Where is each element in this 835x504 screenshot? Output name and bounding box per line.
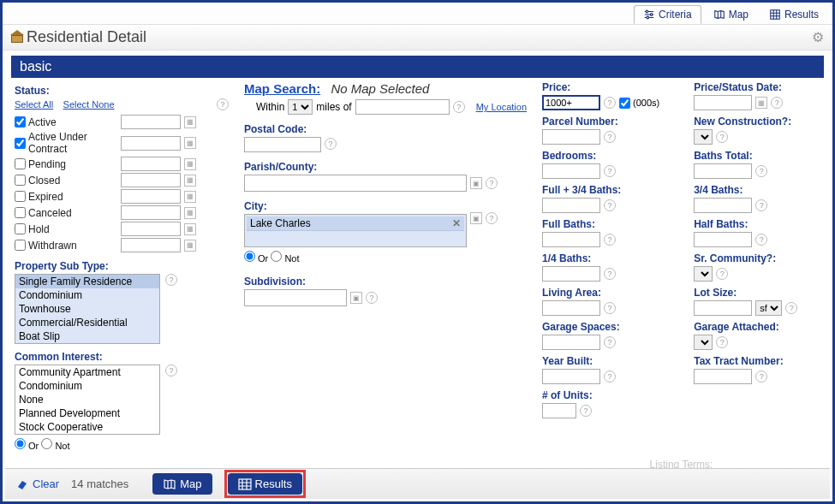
psd-input[interactable] [694, 95, 752, 110]
clear-button[interactable]: Clear [15, 477, 59, 490]
half-input[interactable] [694, 232, 752, 247]
status-closed-date[interactable] [121, 173, 181, 187]
map-button[interactable]: Map [152, 473, 212, 495]
price-input[interactable] [542, 95, 600, 110]
help-icon[interactable]: ? [486, 212, 498, 224]
city-input[interactable] [247, 231, 464, 245]
commonint-listbox[interactable]: Community Apartment Condominium None Pla… [15, 365, 160, 435]
propsub-listbox[interactable]: Single Family Residence Condominium Town… [15, 274, 160, 344]
status-withdrawn-check[interactable] [15, 240, 26, 251]
help-icon[interactable]: ? [771, 97, 783, 109]
status-canceled-date[interactable] [121, 205, 181, 220]
living-input[interactable] [542, 300, 600, 316]
help-icon[interactable]: ? [755, 165, 767, 177]
list-item[interactable]: Boat Slip [15, 329, 159, 343]
help-icon[interactable]: ? [716, 336, 728, 348]
b34-input[interactable] [694, 198, 752, 213]
status-active-date[interactable] [121, 115, 181, 129]
status-auc-check[interactable] [15, 138, 26, 149]
list-item[interactable]: Condominium [15, 379, 159, 393]
units-input[interactable] [542, 403, 576, 418]
calendar-icon[interactable]: ▦ [184, 158, 196, 170]
thousands-check[interactable] [619, 98, 630, 109]
year-input[interactable] [542, 369, 600, 384]
srcom-select[interactable] [694, 266, 713, 282]
help-icon[interactable]: ? [604, 336, 616, 348]
calendar-icon[interactable]: ▦ [184, 175, 196, 187]
remove-tag-icon[interactable]: ✕ [452, 217, 461, 229]
list-item[interactable]: Single Family Residence [15, 275, 159, 288]
full34-input[interactable] [542, 198, 600, 213]
list-item[interactable]: None [15, 393, 159, 406]
gear-icon[interactable]: ⚙ [812, 29, 824, 45]
list-item[interactable]: Commercial/Residential [15, 316, 159, 329]
my-location-link[interactable]: My Location [476, 102, 527, 112]
miles-select[interactable]: 1 [288, 99, 313, 115]
help-icon[interactable]: ? [755, 234, 767, 246]
status-expired-date[interactable] [121, 189, 181, 204]
calendar-icon[interactable]: ▦ [184, 191, 196, 203]
results-button[interactable]: Results [228, 473, 302, 495]
status-active-check[interactable] [15, 116, 26, 127]
help-icon[interactable]: ? [604, 131, 616, 143]
multi-icon[interactable]: ▣ [470, 212, 482, 224]
multi-icon[interactable]: ▣ [470, 177, 482, 189]
fullbaths-input[interactable] [542, 232, 600, 247]
garage-input[interactable] [542, 335, 600, 350]
calendar-icon[interactable]: ▦ [755, 97, 767, 109]
help-icon[interactable]: ? [604, 302, 616, 314]
list-item[interactable]: Community Apartment [15, 365, 159, 379]
tax-input[interactable] [694, 369, 752, 384]
subdivision-input[interactable] [244, 289, 347, 306]
garatt-select[interactable] [694, 335, 713, 350]
list-item[interactable]: Condominium [15, 288, 159, 302]
status-pending-date[interactable] [121, 157, 181, 171]
map-search-link[interactable]: Map Search: [244, 81, 320, 96]
status-expired-check[interactable] [15, 191, 26, 202]
status-pending-check[interactable] [15, 158, 26, 169]
help-icon[interactable]: ? [755, 371, 767, 382]
status-hold-check[interactable] [15, 223, 26, 234]
status-canceled-check[interactable] [15, 207, 26, 218]
tab-criteria[interactable]: Criteria [634, 5, 701, 24]
list-item[interactable]: Stock Cooperative [15, 420, 159, 434]
help-icon[interactable]: ? [165, 274, 177, 286]
help-icon[interactable]: ? [604, 97, 616, 109]
calendar-icon[interactable]: ▦ [184, 223, 196, 235]
list-item[interactable]: Planned Development [15, 406, 159, 420]
help-icon[interactable]: ? [580, 405, 592, 417]
help-icon[interactable]: ? [604, 371, 616, 382]
status-closed-check[interactable] [15, 175, 26, 186]
help-icon[interactable]: ? [325, 138, 337, 150]
status-hold-date[interactable] [121, 222, 181, 236]
help-icon[interactable]: ? [604, 234, 616, 246]
status-withdrawn-date[interactable] [121, 238, 181, 252]
newcon-select[interactable] [694, 129, 713, 145]
lotsize-unit-select[interactable]: sf [755, 300, 782, 316]
q14-input[interactable] [542, 266, 600, 282]
help-icon[interactable]: ? [366, 292, 378, 304]
help-icon[interactable]: ? [453, 101, 465, 113]
multi-icon[interactable]: ▣ [350, 292, 362, 304]
select-none-link[interactable]: Select None [63, 99, 115, 110]
help-icon[interactable]: ? [604, 268, 616, 280]
list-item[interactable]: Townhouse [15, 302, 159, 316]
parcel-input[interactable] [542, 129, 600, 145]
help-icon[interactable]: ? [716, 268, 728, 280]
help-icon[interactable]: ? [604, 199, 616, 211]
help-icon[interactable]: ? [217, 98, 229, 110]
miles-of-input[interactable] [355, 99, 450, 115]
help-icon[interactable]: ? [785, 302, 797, 314]
postal-input[interactable] [244, 137, 321, 152]
calendar-icon[interactable]: ▦ [184, 116, 196, 128]
tab-map[interactable]: Map [705, 5, 757, 24]
help-icon[interactable]: ? [755, 199, 767, 211]
help-icon[interactable]: ? [716, 131, 728, 143]
city-tagbox[interactable]: Lake Charles✕ [244, 214, 467, 247]
bathstot-input[interactable] [694, 163, 752, 179]
bedrooms-input[interactable] [542, 163, 600, 179]
calendar-icon[interactable]: ▦ [184, 137, 196, 149]
tab-results[interactable]: Results [760, 5, 827, 24]
calendar-icon[interactable]: ▦ [184, 240, 196, 252]
status-auc-date[interactable] [121, 136, 181, 151]
